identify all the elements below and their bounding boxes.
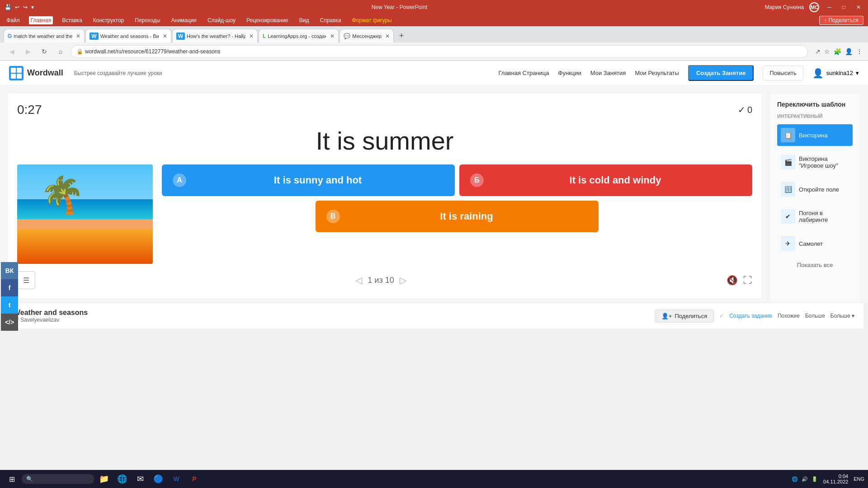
ribbon-slideshow[interactable]: Слайд-шоу [206, 16, 237, 24]
taskbar-files[interactable]: 📁 [96, 471, 112, 487]
maximize-btn[interactable]: □ [840, 3, 848, 11]
vk-btn[interactable]: ВК [1, 262, 18, 279]
option-a-label: А [173, 174, 186, 187]
taskbar-powerpoint[interactable]: P [186, 471, 203, 487]
facebook-btn[interactable]: f [1, 279, 18, 296]
footer-info: Weather and seasons от Savelyevaelizav [14, 309, 88, 323]
profile-icon[interactable]: 👤 [845, 48, 853, 55]
taskbar-search[interactable]: 🔍 [22, 474, 94, 484]
next-btn[interactable]: ▷ [400, 275, 406, 286]
volume-icon[interactable]: 🔇 [726, 275, 738, 286]
option-c-btn[interactable]: В It is raining [316, 201, 599, 232]
ribbon-help[interactable]: Справка [318, 16, 343, 24]
close-btn[interactable]: ✕ [854, 3, 863, 11]
tab-wordwall-weather[interactable]: W Weather and seasons - Викторин... ✕ [85, 29, 171, 42]
tab-google[interactable]: G match the weather and the seas... ✕ [4, 29, 85, 42]
reload-btn[interactable]: ↻ [38, 45, 51, 58]
option-a-btn[interactable]: А It is sunny and hot [162, 164, 455, 196]
ribbon-view[interactable]: Вид [297, 16, 311, 24]
option-c-label: В [326, 210, 340, 223]
more-link[interactable]: Больше [805, 313, 825, 319]
option-b-text: It is cold and windy [489, 174, 741, 187]
minimize-btn[interactable]: ─ [825, 3, 834, 11]
ww-nav-features[interactable]: Функции [558, 70, 581, 76]
wordwall-user[interactable]: 👤 sunkina12 ▾ [812, 68, 859, 79]
tab-close-learning[interactable]: ✕ [330, 33, 335, 39]
prev-btn[interactable]: ◁ [355, 275, 362, 286]
ribbon-design[interactable]: Конструктор [91, 16, 126, 24]
template-plane[interactable]: ✈ Самолет [777, 233, 853, 254]
titlebar: 💾 ↩ ↪ ▾ New Year - PowerPoint Мария Сунк… [0, 0, 868, 14]
ribbon-review[interactable]: Рецензирование [245, 16, 290, 24]
new-tab-btn[interactable]: + [395, 29, 408, 42]
extensions-icon[interactable]: 🧩 [834, 48, 841, 55]
battery-icon[interactable]: 🔋 [811, 476, 818, 482]
volume-taskbar-icon[interactable]: 🔊 [802, 476, 808, 482]
ww-nav-myresults[interactable]: Мои Результаты [635, 70, 679, 76]
more-dropdown[interactable]: Больше ▾ [830, 313, 854, 319]
tab-close-hows[interactable]: ✕ [249, 33, 254, 39]
template-gameshow-icon: 🎬 [781, 155, 795, 169]
create-lesson-btn[interactable]: Создать Занятие [688, 65, 754, 81]
template-gameshow[interactable]: 🎬 Викторина "Игровое шоу" [777, 151, 853, 173]
share-label: Поделиться [829, 17, 859, 23]
taskbar-mail[interactable]: ✉ [132, 471, 148, 487]
ww-nav-home[interactable]: Главная Страница [498, 70, 549, 76]
user-dropdown-icon: ▾ [856, 70, 859, 76]
tab-label-messenger: Мессенджер [352, 33, 382, 39]
template-maze-label: Погоня в лабиринте [799, 210, 849, 223]
fullscreen-icon[interactable]: ⛶ [743, 275, 752, 286]
start-btn[interactable]: ⊞ [4, 471, 20, 487]
footer-share-btn[interactable]: 👤+ Поделиться [655, 310, 714, 323]
url-text: wordwall.net/ru/resource/6122779/weather… [85, 48, 221, 55]
option-b-btn[interactable]: Б It is cold and windy [459, 164, 752, 196]
tab-learningapps[interactable]: L LearningApps.org - создание му... ✕ [259, 29, 339, 42]
ribbon-file[interactable]: Файл [5, 16, 22, 24]
bookmark-icon[interactable]: ☆ [824, 48, 830, 55]
save-icon[interactable]: 💾 [5, 4, 11, 10]
tab-favicon-hows: W [176, 33, 185, 40]
ribbon-home[interactable]: Главная [29, 16, 53, 24]
ribbon-format[interactable]: Формат фигуры [350, 16, 394, 24]
template-maze[interactable]: ✔ Погоня в лабиринте [777, 206, 853, 227]
template-quiz[interactable]: 📋 Викторина [777, 124, 853, 146]
taskbar-word[interactable]: W [168, 471, 184, 487]
create-task-link[interactable]: Создать задание [729, 313, 772, 319]
ribbon-insert[interactable]: Вставка [60, 16, 84, 24]
quiz-menu-btn[interactable]: ☰ [17, 271, 35, 289]
tab-hows-weather[interactable]: W How's the weather? - Найди пар... ✕ [172, 29, 258, 42]
forward-btn[interactable]: ▶ [22, 45, 34, 58]
upgrade-btn[interactable]: Повысить [763, 66, 803, 80]
tab-favicon-weather: W [90, 33, 98, 40]
tab-close-messenger[interactable]: ✕ [385, 33, 390, 39]
tab-close-google[interactable]: ✕ [76, 33, 80, 39]
lang-indicator[interactable]: ENG [854, 476, 864, 482]
ww-nav-mylessons[interactable]: Мои Занятия [590, 70, 626, 76]
panel-section-label: ИНТЕРАКТИВНЫЙ [777, 113, 853, 119]
tab-messenger[interactable]: 💬 Мессенджер ✕ [340, 29, 394, 42]
template-openfield[interactable]: 🔢 Откройте поле [777, 178, 853, 200]
ribbon-transitions[interactable]: Переходы [133, 16, 162, 24]
redo-icon[interactable]: ↪ [23, 4, 28, 10]
taskbar-chrome[interactable]: 🔵 [150, 471, 166, 487]
share-page-icon[interactable]: ↗ [815, 48, 821, 55]
share-btn[interactable]: ↑ Поделиться [819, 16, 863, 25]
home-btn[interactable]: ⌂ [54, 45, 67, 58]
url-bar[interactable]: 🔒 wordwall.net/ru/resource/6122779/weath… [71, 45, 808, 58]
ribbon-animation[interactable]: Анимация [170, 16, 198, 24]
tab-favicon-google: G [8, 33, 12, 39]
wordwall-logo[interactable]: Wordwall [9, 66, 63, 80]
tab-close-weather[interactable]: ✕ [163, 33, 167, 39]
embed-btn[interactable]: </> [1, 314, 18, 331]
tab-favicon-learning: L [263, 33, 266, 39]
similar-link[interactable]: Похожие [778, 313, 800, 319]
undo-icon[interactable]: ↩ [15, 4, 19, 10]
back-btn[interactable]: ◀ [5, 45, 18, 58]
right-panel: Переключить шаблон ИНТЕРАКТИВНЫЙ 📋 Викто… [769, 94, 860, 303]
network-icon[interactable]: 🌐 [792, 476, 798, 482]
show-all-btn[interactable]: Показать все [777, 262, 853, 268]
browser-menu-icon[interactable]: ⋮ [856, 48, 863, 55]
quiz-options-row2: В It is raining [162, 201, 752, 232]
twitter-btn[interactable]: t [1, 296, 18, 314]
taskbar-edge[interactable]: 🌐 [114, 471, 130, 487]
